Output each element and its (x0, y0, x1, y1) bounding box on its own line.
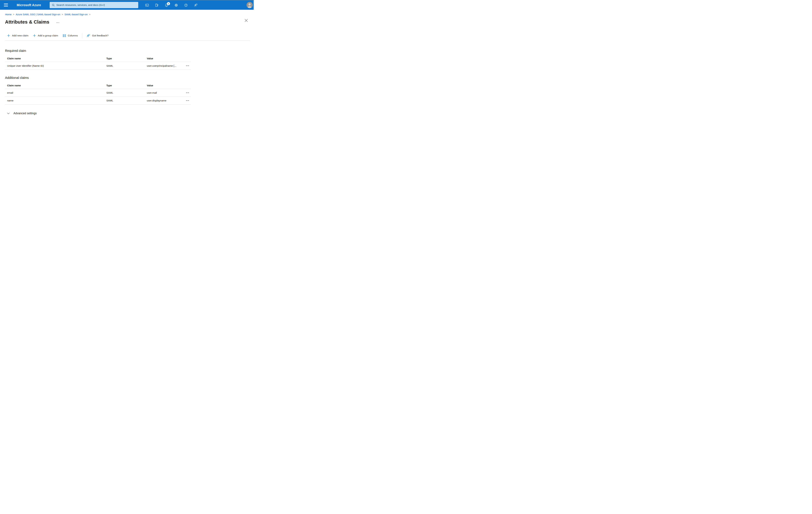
columns-button[interactable]: Columns (63, 34, 78, 37)
toolbar-divider (82, 33, 82, 38)
cloud-shell-button[interactable] (145, 3, 149, 8)
command-bar: Add new claim Add a group claim Columns (7, 33, 254, 38)
claim-name-cell: email (7, 91, 106, 94)
close-icon (244, 19, 249, 22)
claim-value-cell: user.displayname (147, 99, 184, 102)
columns-label: Columns (68, 34, 78, 37)
search-input[interactable] (56, 2, 138, 8)
gear-icon (174, 3, 178, 7)
column-header-type: Type (106, 84, 147, 87)
row-menu-button[interactable] (185, 64, 190, 67)
required-claim-table: Claim name Type Value Unique User Identi… (5, 53, 191, 70)
claim-row-name[interactable]: name SAML user.displayname (5, 97, 191, 105)
svg-text:?: ? (185, 4, 186, 6)
row-menu-button[interactable] (185, 99, 190, 102)
add-new-claim-label: Add new claim (12, 34, 28, 37)
advanced-settings-toggle[interactable]: Advanced settings (7, 112, 37, 115)
claim-row-nameid[interactable]: Unique User Identifier (Name ID) SAML us… (5, 62, 191, 70)
table-header-row: Claim name Type Value (5, 80, 191, 89)
help-icon: ? (184, 3, 188, 7)
plus-icon (33, 34, 36, 37)
product-name: Microsoft Azure (17, 0, 41, 10)
claim-name-cell: name (7, 99, 106, 102)
add-group-claim-button[interactable]: Add a group claim (33, 34, 58, 37)
chevron-down-icon (7, 113, 9, 114)
breadcrumb-separator: > (89, 13, 90, 16)
got-feedback-label: Got feedback? (92, 34, 109, 37)
directory-filter-button[interactable] (154, 3, 159, 8)
advanced-settings-label: Advanced settings (13, 112, 37, 115)
breadcrumb-link-sso-app[interactable]: Azure SAML SSO | SAML-based Sign-on (16, 13, 60, 16)
global-search-box[interactable] (50, 2, 138, 8)
column-header-type: Type (106, 57, 147, 60)
claim-row-email[interactable]: email SAML user.mail (5, 89, 191, 97)
columns-icon (63, 34, 66, 37)
close-button[interactable] (244, 18, 249, 23)
feedback-icon (194, 3, 198, 7)
toolbar-divider-line (5, 40, 250, 41)
claim-type-cell: SAML (106, 91, 147, 94)
hamburger-menu-button[interactable] (4, 3, 9, 7)
column-header-value: Value (147, 84, 184, 87)
column-header-claim-name: Claim name (7, 57, 106, 60)
page-header: Attributes & Claims (0, 19, 254, 25)
breadcrumb-separator: > (13, 13, 14, 16)
breadcrumb: Home > Azure SAML SSO | SAML-based Sign-… (0, 13, 254, 16)
user-avatar[interactable] (246, 2, 253, 8)
row-menu-button[interactable] (185, 91, 190, 94)
breadcrumb-separator: > (62, 13, 63, 16)
notification-badge: 6 (167, 2, 170, 5)
claim-type-cell: SAML (106, 64, 147, 67)
bell-icon: 6 (165, 3, 168, 7)
context-menu-icon[interactable] (57, 22, 59, 23)
directory-filter-icon (155, 3, 159, 7)
add-new-claim-button[interactable]: Add new claim (7, 34, 28, 37)
feedback-icon (86, 34, 90, 37)
header-scroll-strip (253, 0, 254, 10)
breadcrumb-link-home[interactable]: Home (5, 13, 11, 16)
feedback-button[interactable] (193, 3, 198, 8)
help-button[interactable]: ? (183, 3, 188, 8)
column-header-value: Value (147, 57, 184, 60)
claim-name-cell: Unique User Identifier (Name ID) (7, 64, 106, 67)
notifications-button[interactable]: 6 (164, 3, 169, 8)
claim-value-cell: user.mail (147, 91, 184, 94)
breadcrumb-link-saml-signon[interactable]: SAML-based Sign-on (64, 13, 88, 16)
azure-portal-page: Microsoft Azure (0, 0, 254, 129)
settings-button[interactable] (174, 3, 179, 8)
table-header-row: Claim name Type Value (5, 53, 191, 62)
claim-value-cell: user.userprincipalname [... (147, 64, 184, 67)
additional-claims-table: Claim name Type Value email SAML user.ma… (5, 80, 191, 105)
cloud-shell-icon (145, 3, 149, 7)
column-header-claim-name: Claim name (7, 84, 106, 87)
top-bar: Microsoft Azure (0, 0, 254, 10)
got-feedback-button[interactable]: Got feedback? (86, 34, 109, 37)
search-icon (52, 4, 55, 6)
add-group-claim-label: Add a group claim (38, 34, 58, 37)
plus-icon (7, 34, 10, 37)
claim-type-cell: SAML (106, 99, 147, 102)
page-title: Attributes & Claims (5, 19, 49, 25)
section-heading-required-claim: Required claim (5, 49, 254, 53)
section-heading-additional-claims: Additional claims (5, 76, 254, 80)
